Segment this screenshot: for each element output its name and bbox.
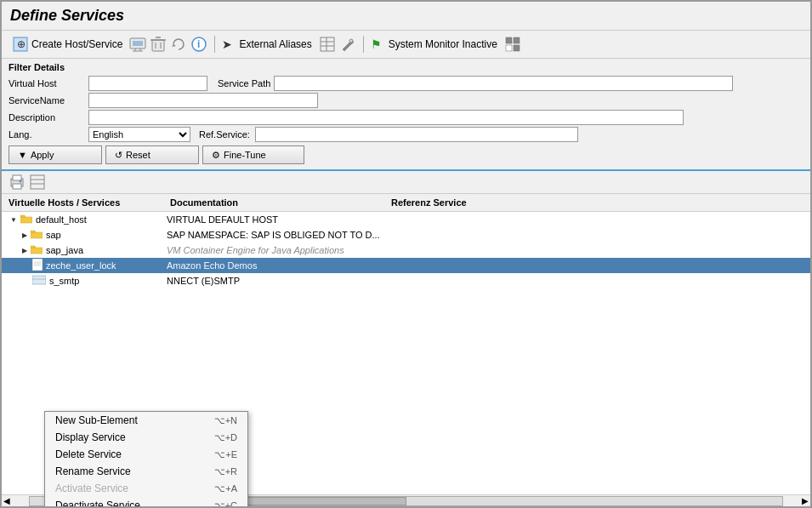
service-name-row: ServiceName [9,93,803,108]
virtual-host-row: Virtual Host Service Path [9,76,803,91]
fine-tune-label: Fine-Tune [224,150,266,160]
svg-marker-12 [172,44,176,47]
separator [214,36,215,53]
refresh-icon[interactable] [170,36,187,53]
tree-row[interactable]: ▼ default_host VIRTUAL DEFAULT HOST [2,212,810,227]
ctx-new-sub-element[interactable]: New Sub-Element ⌥+N [45,412,247,429]
table-icon[interactable] [319,36,336,53]
virtual-host-input[interactable] [88,76,207,91]
service-path-input[interactable] [274,76,733,91]
svg-rect-15 [321,37,334,51]
svg-rect-22 [506,45,512,51]
filter-buttons: ▼ Apply ↺ Reset ⚙ Fine-Tune [9,146,803,164]
service-icon [32,274,46,288]
tree-cell-services: ▶ sap [2,229,163,241]
ref-service-input[interactable] [255,127,578,142]
doc-icon [32,259,43,272]
ctx-deactivate-service[interactable]: Deactivate Service ⌥+C [45,497,247,506]
create-host-service-button[interactable]: ⊕ Create Host/Service [9,34,126,54]
print-icon[interactable] [9,174,26,191]
col-header-ref: Referenz Service [384,196,810,209]
arrow-icon: ➤ [222,37,232,51]
svg-rect-25 [13,175,21,180]
service-name-input[interactable] [88,93,318,108]
tree-cell-doc: Amazon Echo Demos [163,260,384,271]
system-monitor-label: System Monitor Inactive [389,38,497,50]
expand-icon: ▶ [22,231,27,239]
svg-rect-20 [506,37,512,43]
ctx-shortcut: ⌥+N [214,415,237,426]
page-title: Define Services [10,7,802,25]
svg-point-27 [20,180,22,183]
tree-node-name: zeche_user_lock [46,260,116,271]
layout-icon[interactable] [29,174,46,191]
scroll-right[interactable]: ▶ [800,496,810,505]
tree-node-name: sap [46,230,61,240]
col-header-doc: Documentation [163,196,384,209]
apply-button[interactable]: ▼ Apply [9,146,102,164]
tree-cell-doc: SAP NAMESPACE: SAP IS OBLIGED NOT TO D..… [163,230,384,240]
description-label: Description [9,112,85,123]
print-bar [2,171,810,194]
tree-row-selected[interactable]: zeche_user_lock Amazon Echo Demos [2,258,810,273]
svg-rect-7 [152,40,164,51]
delete-icon[interactable] [150,36,167,53]
filter-title: Filter Details [9,62,803,72]
create-icon: ⊕ [12,36,29,53]
ctx-shortcut: ⌥+D [214,432,237,443]
external-aliases-label: External Aliases [239,38,311,50]
folder-icon [20,214,32,225]
scroll-left[interactable]: ◀ [2,496,12,505]
finetune-icon: ⚙ [212,150,220,161]
ctx-shortcut: ⌥+R [214,466,237,477]
ctx-label: Deactivate Service [55,499,140,506]
info-icon[interactable]: i [190,36,207,53]
ctx-display-service[interactable]: Display Service ⌥+D [45,429,247,446]
fine-tune-button[interactable]: ⚙ Fine-Tune [202,146,304,164]
lang-select[interactable]: English [88,127,190,142]
svg-rect-31 [32,259,43,271]
svg-rect-28 [31,175,44,189]
host-icon[interactable] [129,36,146,53]
col-header-services: Virtuelle Hosts / Services [2,196,163,209]
tree-cell-services: ▼ default_host [2,214,163,225]
tree-cell-doc: VM Container Engine for Java Application… [163,245,384,255]
reset-button[interactable]: ↺ Reset [105,146,199,164]
ref-service-label: Ref.Service: [199,129,250,140]
svg-rect-26 [13,184,21,189]
flag-icon: ⚑ [371,37,382,51]
description-row: Description [9,110,803,125]
create-label: Create Host/Service [31,38,122,50]
external-aliases-button[interactable]: External Aliases [236,37,315,52]
ctx-label: Activate Service [55,482,128,494]
ctx-label: New Sub-Element [55,414,138,426]
toolbar: ⊕ Create Host/Service [2,31,810,59]
folder-icon [31,229,43,241]
description-input[interactable] [88,110,684,125]
system-monitor-button[interactable]: System Monitor Inactive [385,37,501,52]
tree-row[interactable]: s_smtp NNECT (E)SMTP [2,273,810,288]
tree-cell-services: zeche_user_lock [2,259,163,272]
separator2 [363,36,364,53]
tree-node-name: s_smtp [49,276,79,286]
content-area: Virtuelle Hosts / Services Documentation… [2,194,810,506]
ctx-shortcut: ⌥+A [214,483,237,494]
tools-icon[interactable] [339,36,356,53]
ctx-shortcut: ⌥+C [214,500,237,507]
svg-rect-3 [133,41,143,46]
service-name-label: ServiceName [9,95,85,106]
tree-node-name: default_host [36,214,87,225]
tree-row[interactable]: ▶ sap SAP NAMESPACE: SAP IS OBLIGED NOT … [2,227,810,243]
folder-icon [31,244,43,256]
lang-label: Lang. [9,129,85,140]
main-window: Define Services ⊕ Create Host/Service [0,0,812,508]
expand-icon: ▶ [22,247,27,254]
tree-cell-doc: NNECT (E)SMTP [163,276,384,286]
grid-icon[interactable] [504,36,521,53]
ctx-delete-service[interactable]: Delete Service ⌥+E [45,446,247,463]
tree-row[interactable]: ▶ sap_java VM Container Engine for Java … [2,243,810,258]
reset-icon: ↺ [115,150,122,161]
reset-label: Reset [126,150,150,160]
tree-cell-doc: VIRTUAL DEFAULT HOST [163,214,384,225]
ctx-rename-service[interactable]: Rename Service ⌥+R [45,463,247,480]
